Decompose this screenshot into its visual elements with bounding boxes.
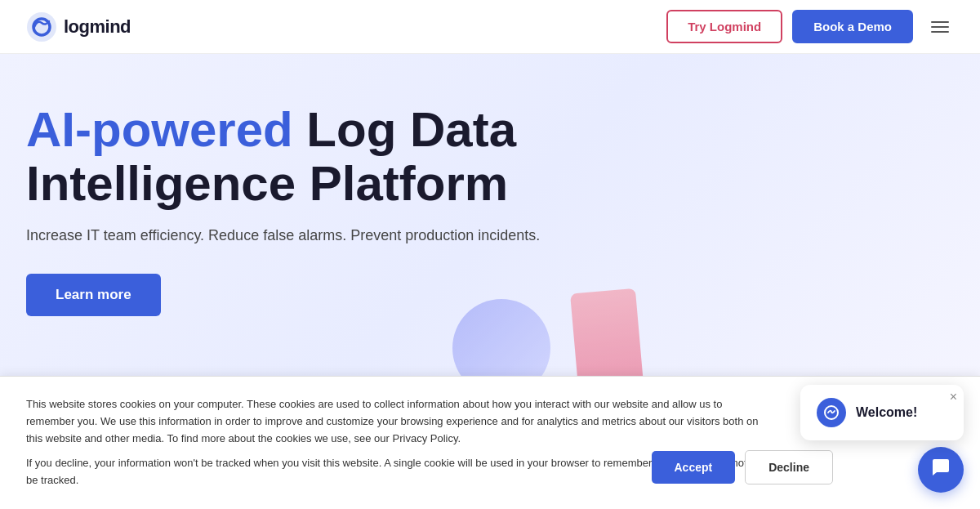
logo-text: logmind xyxy=(64,16,131,38)
cookie-text-1: This website stores cookies on your comp… xyxy=(26,396,761,405)
hero-subtitle: Increase IT team efficiency. Reduce fals… xyxy=(26,227,549,244)
hero-title-highlight: AI-powered xyxy=(26,102,293,157)
logo[interactable]: logmind xyxy=(26,11,131,42)
svg-point-0 xyxy=(27,12,56,42)
menu-bar-1 xyxy=(931,21,949,23)
menu-button[interactable] xyxy=(926,16,954,38)
learn-more-button[interactable]: Learn more xyxy=(26,274,161,316)
book-demo-button[interactable]: Book a Demo xyxy=(792,10,913,43)
chat-popup: Welcome! × xyxy=(800,385,964,405)
menu-bar-2 xyxy=(931,26,949,28)
try-logmind-button[interactable]: Try Logmind xyxy=(666,10,782,43)
hero-title: AI-powered Log Data Intelligence Platfor… xyxy=(26,103,761,211)
chat-close-button[interactable]: × xyxy=(950,390,957,404)
menu-bar-3 xyxy=(931,31,949,33)
navbar: logmind Try Logmind Book a Demo xyxy=(0,0,980,54)
chat-popup-logo-icon xyxy=(817,398,846,405)
logo-icon xyxy=(26,11,57,42)
chat-widget: Welcome! × xyxy=(800,385,964,405)
hero-section: AI-powered Log Data Intelligence Platfor… xyxy=(0,54,980,405)
nav-buttons: Try Logmind Book a Demo xyxy=(666,10,954,43)
